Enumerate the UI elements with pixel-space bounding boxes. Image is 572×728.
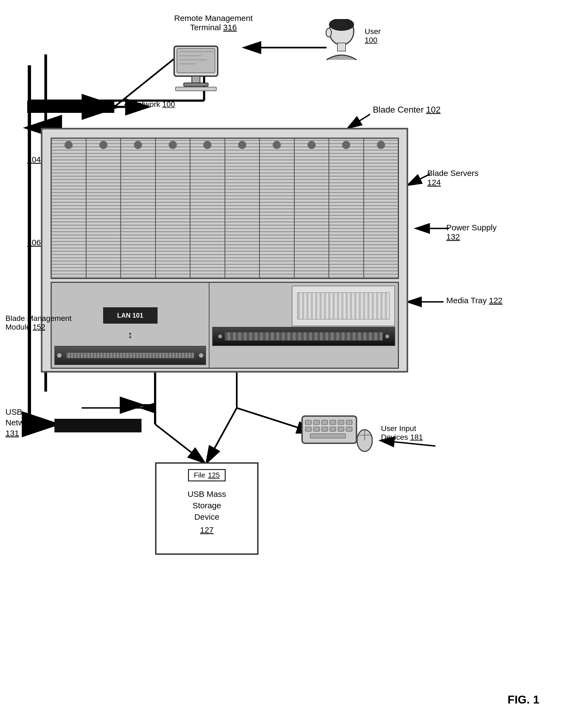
usb-device-box: File 125 USB Mass Storage Device 127 [155, 462, 259, 555]
svg-rect-35 [177, 49, 215, 73]
svg-line-28 [408, 174, 430, 185]
blade-center-label: Blade Center 102 [373, 105, 441, 115]
blade-slot-7 [260, 139, 295, 278]
lan-box: LAN 101 [103, 307, 157, 324]
svg-rect-51 [330, 420, 336, 424]
figure-label: FIG. 1 [507, 693, 539, 706]
media-tray-box [212, 327, 395, 346]
power-supply-label: Power Supply 132 [446, 223, 497, 241]
ref-104: 104 [27, 155, 41, 164]
blade-center-box: LAN 101 ↕ [41, 128, 408, 373]
svg-point-44 [329, 19, 354, 30]
mgmt-module [55, 346, 206, 365]
svg-rect-58 [338, 427, 344, 431]
usb-device-ref: 127 [200, 525, 214, 535]
blade-bottom-section: LAN 101 ↕ [51, 282, 399, 369]
blade-slot-3 [121, 139, 156, 278]
blade-right-section [210, 283, 398, 368]
svg-line-27 [348, 114, 370, 128]
svg-rect-48 [305, 420, 311, 424]
ref-106: 106 [27, 238, 41, 247]
svg-rect-52 [338, 420, 344, 424]
remote-terminal-label: Remote Management Terminal 316 [174, 14, 253, 32]
usb-network-bar [55, 419, 142, 432]
svg-point-45 [326, 28, 332, 37]
blade-slot-1 [52, 139, 86, 278]
keyboard-icon [299, 411, 375, 465]
svg-rect-57 [330, 427, 336, 431]
blade-slot-2 [86, 139, 121, 278]
usb-network-label: USB Network → 131 [5, 407, 46, 438]
svg-rect-46 [338, 43, 346, 51]
svg-line-22 [155, 424, 204, 462]
blade-slot-5 [191, 139, 225, 278]
power-supply-box [292, 286, 395, 326]
network-bar [27, 101, 114, 113]
network-label: ← Network 100 [123, 100, 175, 109]
svg-line-25 [207, 408, 237, 462]
blade-mgmt-label: Blade Management Module 152 [5, 314, 72, 331]
svg-rect-54 [305, 427, 311, 431]
diagram-container: Remote Management Terminal 316 User 10 [0, 0, 572, 728]
blade-left-section: LAN 101 ↕ [52, 283, 210, 368]
blade-slot-10 [364, 139, 398, 278]
svg-rect-50 [321, 420, 328, 424]
file-box: File 125 [188, 469, 225, 481]
user-label: User 100 [365, 27, 381, 45]
svg-rect-38 [175, 87, 216, 91]
svg-rect-36 [192, 76, 200, 83]
blade-servers-area [51, 138, 399, 279]
user-icon [324, 19, 359, 63]
terminal-icon [169, 44, 223, 92]
power-supply-inner [297, 292, 390, 320]
blade-slot-6 [225, 139, 260, 278]
svg-rect-56 [321, 427, 328, 431]
svg-rect-60 [310, 434, 346, 438]
blade-slot-4 [156, 139, 191, 278]
blade-servers-label: Blade Servers 124 [427, 169, 478, 187]
media-tray-label: Media Tray 122 [446, 296, 503, 305]
svg-rect-37 [184, 83, 208, 86]
user-input-label: User Input Devices 181 [381, 424, 423, 441]
svg-rect-53 [346, 420, 352, 424]
usb-device-text: USB Mass Storage Device [188, 488, 226, 523]
svg-rect-49 [313, 420, 319, 424]
svg-rect-55 [313, 427, 319, 431]
blade-slot-8 [295, 139, 330, 278]
svg-rect-59 [346, 427, 352, 431]
blade-slot-9 [329, 139, 364, 278]
